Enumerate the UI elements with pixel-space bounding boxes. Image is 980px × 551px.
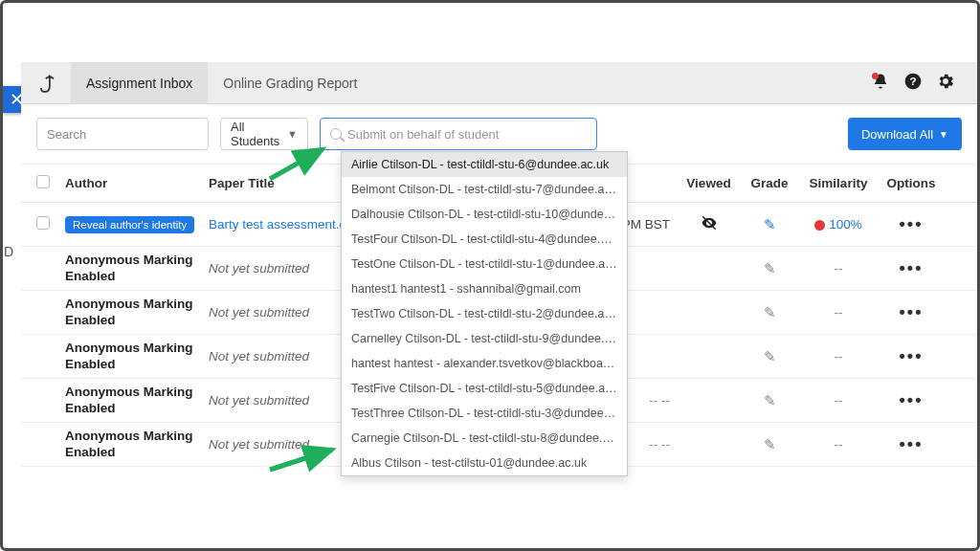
ac-item[interactable]: Carnelley Ctilson-DL - test-ctildl-stu-9… — [342, 326, 627, 351]
ac-item[interactable]: Carnegie Ctilson-DL - test-ctildl-stu-8@… — [342, 426, 627, 451]
rail-letter: D — [4, 230, 15, 273]
settings-button[interactable] — [929, 67, 962, 99]
col-grade[interactable]: Grade — [740, 176, 799, 190]
row-options-button[interactable]: ••• — [900, 302, 924, 321]
app-logo — [31, 69, 59, 98]
author-cell: Anonymous Marking Enabled — [65, 341, 209, 371]
edit-grade-icon[interactable]: ✎ — [764, 436, 776, 452]
ac-item[interactable]: hantest1 hantest1 - sshannibal@gmail.com — [342, 276, 627, 301]
help-button[interactable]: ? — [897, 67, 929, 99]
search-input[interactable]: Search — [36, 118, 209, 150]
col-similarity[interactable]: Similarity — [799, 176, 878, 190]
edit-grade-icon[interactable]: ✎ — [764, 260, 776, 276]
edit-grade-icon[interactable]: ✎ — [764, 392, 776, 408]
row-options-button[interactable]: ••• — [900, 434, 924, 453]
edit-grade-icon[interactable]: ✎ — [764, 304, 776, 320]
tab-online-grading-report[interactable]: Online Grading Report — [208, 62, 372, 104]
similarity-value: -- — [799, 393, 878, 408]
col-viewed[interactable]: Viewed — [678, 176, 740, 190]
row-options-button[interactable]: ••• — [900, 258, 924, 277]
row-options-button[interactable]: ••• — [900, 214, 924, 233]
ac-item[interactable]: Albus Ctilson - test-ctilstu-01@dundee.a… — [342, 451, 627, 475]
author-cell: Anonymous Marking Enabled — [65, 385, 209, 415]
top-tab-bar: Assignment Inbox Online Grading Report ? — [21, 62, 977, 104]
similarity-value: -- — [799, 437, 878, 452]
similarity-value: -- — [799, 261, 878, 276]
author-cell: Anonymous Marking Enabled — [65, 429, 209, 459]
student-filter-label: All Students — [231, 120, 281, 148]
toolbar: Search All Students ▼ Submit on behalf o… — [21, 104, 977, 165]
student-autocomplete-dropdown: Airlie Ctilson-DL - test-ctildl-stu-6@du… — [341, 151, 628, 476]
notification-dot — [872, 73, 879, 79]
ac-item[interactable]: TestThree Ctilson-DL - test-ctildl-stu-3… — [342, 401, 627, 426]
tab-assignment-inbox[interactable]: Assignment Inbox — [71, 62, 208, 104]
search-icon — [330, 128, 342, 140]
svg-text:?: ? — [909, 75, 916, 87]
submit-on-behalf-input[interactable]: Submit on behalf of student — [320, 118, 597, 150]
download-all-button[interactable]: Download All ▼ — [848, 118, 962, 150]
ac-item[interactable]: Airlie Ctilson-DL - test-ctildl-stu-6@du… — [342, 152, 627, 177]
row-options-button[interactable]: ••• — [900, 346, 924, 365]
row-options-button[interactable]: ••• — [900, 390, 924, 409]
help-icon: ? — [903, 72, 923, 95]
ac-item[interactable]: Dalhousie Ctilson-DL - test-ctildl-stu-1… — [342, 202, 627, 227]
student-filter-dropdown[interactable]: All Students ▼ — [220, 118, 308, 150]
notifications-button[interactable] — [864, 67, 897, 99]
caret-down-icon: ▼ — [939, 129, 948, 140]
ac-item[interactable]: TestOne Ctilson-DL - test-ctildl-stu-1@d… — [342, 252, 627, 276]
edit-grade-icon[interactable]: ✎ — [764, 216, 776, 232]
col-options[interactable]: Options — [878, 176, 945, 190]
similarity-value: -- — [799, 305, 878, 320]
similarity-value: -- — [799, 349, 878, 364]
ac-item[interactable]: hantest hantest - alexander.tsvetkov@bla… — [342, 351, 627, 376]
author-cell: Anonymous Marking Enabled — [65, 297, 209, 327]
caret-down-icon: ▼ — [287, 128, 298, 140]
left-rail-stub: D — [4, 230, 15, 273]
gear-icon — [936, 72, 955, 95]
similarity-value[interactable]: 100% — [829, 217, 862, 231]
select-all-checkbox[interactable] — [36, 175, 50, 188]
edit-grade-icon[interactable]: ✎ — [764, 348, 776, 364]
ac-item[interactable]: TestFive Ctilson-DL - test-ctildl-stu-5@… — [342, 376, 627, 401]
row-checkbox[interactable] — [36, 216, 50, 230]
col-author[interactable]: Author — [65, 176, 209, 190]
ac-item[interactable]: Belmont Ctilson-DL - test-ctildl-stu-7@d… — [342, 177, 627, 202]
submit-placeholder: Submit on behalf of student — [347, 127, 499, 142]
reveal-identity-button[interactable]: Reveal author's identity — [65, 216, 194, 233]
eye-off-icon — [701, 218, 718, 234]
download-all-label: Download All — [861, 127, 933, 142]
author-cell: Anonymous Marking Enabled — [65, 253, 209, 283]
ac-item[interactable]: TestTwo Ctilson-DL - test-ctildl-stu-2@d… — [342, 301, 627, 326]
similarity-dot-icon — [814, 220, 825, 231]
ac-item[interactable]: TestFour Ctilson-DL - test-ctildl-stu-4@… — [342, 227, 627, 252]
